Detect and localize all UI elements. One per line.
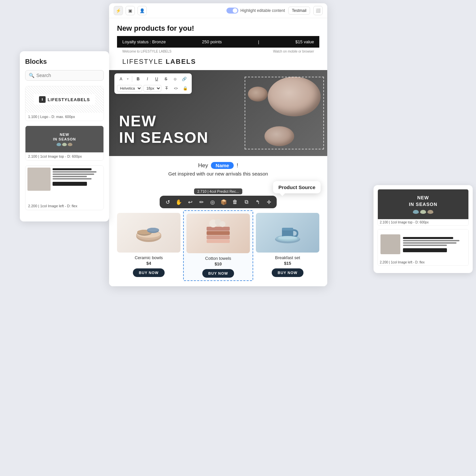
hero-text: NEW IN SEASON (119, 113, 209, 146)
block-preview-logo: ℹ LIFESTYLEABELS (25, 86, 103, 113)
products-grid: Ceramic bowls $4 BUY NOW (109, 210, 327, 281)
product-price-bowls: $4 (117, 261, 180, 266)
action-delete-icon[interactable]: 🗑 (230, 197, 240, 207)
toggle-knob (233, 8, 237, 13)
product-col-bowls: Ceramic bowls $4 BUY NOW (114, 210, 183, 281)
action-edit-icon[interactable]: ✏ (197, 197, 206, 207)
action-refresh-icon[interactable]: ↺ (163, 197, 172, 207)
svg-point-6 (147, 228, 159, 232)
blocks-title: Blocks (25, 58, 104, 65)
block-preview-season: NEWIN SEASON (25, 126, 103, 152)
svg-point-19 (278, 236, 297, 239)
brand-lifestyle: LIFESTYLE (122, 58, 166, 65)
product-col-breakfast: Breakfast set $15 BUY NOW (253, 210, 322, 281)
toggle-switch[interactable] (226, 8, 238, 14)
hero-text-line2: IN SEASON (119, 129, 209, 146)
loyalty-points: 250 points (202, 39, 222, 44)
user-button[interactable]: 👤 (138, 6, 147, 15)
right-block-label-col: 2.200 | 1col Image left - D: flex (378, 259, 468, 265)
font-family-select[interactable]: Helvetica (117, 85, 142, 92)
underline-btn[interactable]: U (153, 75, 161, 83)
format-row-1: A ▼ B I U S ☺ 🔗 (117, 75, 189, 83)
right-block-label-season: 2.100 | 1col Image top - D: 600px (378, 219, 468, 225)
testmail-button[interactable]: Testmail (288, 7, 310, 15)
search-box[interactable]: 🔍 (25, 70, 104, 81)
svg-rect-8 (207, 231, 230, 235)
link-btn[interactable]: 🔗 (180, 75, 188, 83)
svg-rect-7 (207, 227, 230, 231)
email-content: New products for you! Loyalty status : B… (109, 18, 327, 286)
editor-wrapper: ⚡ ▣ 👤 Highlight editable content Testmai… (109, 3, 327, 286)
buy-now-bowls[interactable]: BUY NOW (133, 268, 165, 277)
action-hand-icon[interactable]: ✋ (174, 197, 183, 207)
action-copy-icon[interactable]: ⧉ (242, 197, 251, 207)
svg-rect-10 (207, 240, 230, 243)
block-item-colimage[interactable]: 2.200 | 1col Image left - D: flex (25, 165, 104, 210)
block-label-season: 2.100 | 1col Image top - D: 600px (25, 152, 103, 160)
product-img-breakfast (256, 213, 319, 253)
action-box-icon[interactable]: 📦 (219, 197, 228, 207)
hey-row: Hey Name ! (114, 162, 322, 169)
bowl-small (264, 126, 294, 146)
block-item-season[interactable]: NEWIN SEASON 2.100 | 1col Image top - D:… (25, 126, 104, 161)
product-source-title: Product Source (278, 184, 315, 190)
text-formatting-toolbar: A ▼ B I U S ☺ 🔗 Helvetica 18px (114, 73, 192, 94)
strikethrough-btn[interactable]: S (162, 75, 170, 83)
highlight-toggle: Highlight editable content (226, 8, 285, 14)
product-source-tooltip: Product Source (273, 181, 321, 193)
block-preview-colimage (25, 166, 103, 202)
loyalty-divider: | (258, 39, 259, 44)
svg-rect-17 (282, 228, 293, 230)
lock-btn[interactable]: 🔒 (181, 84, 189, 92)
block-label-logo: 1.100 | Logo - D: max. 600px (25, 113, 103, 121)
editor-toolbar: ⚡ ▣ 👤 Highlight editable content Testmai… (109, 3, 327, 18)
season-bowls (57, 143, 72, 146)
hero-section[interactable]: A ▼ B I U S ☺ 🔗 Helvetica 18px (109, 70, 327, 156)
email-title: New products for you! (117, 24, 319, 33)
logo-text: LIFESTYLEABELS (48, 97, 90, 102)
right-block-season[interactable]: NEWIN SEASON 2.100 | 1col Image top - D:… (377, 189, 469, 226)
product-name-bowls: Ceramic bowls (117, 255, 180, 260)
bold-btn[interactable]: B (134, 75, 142, 83)
action-target-icon[interactable]: ◎ (208, 197, 217, 207)
format-row-2: Helvetica 18px T <> 🔒 (117, 84, 189, 92)
buy-now-breakfast[interactable]: BUY NOW (272, 268, 303, 277)
subheader-left: Welcome to LIFESTYLE LABELS (122, 50, 172, 53)
action-reply-icon[interactable]: ↩ (185, 197, 195, 207)
towels-svg (203, 217, 233, 250)
block-item-logo[interactable]: ℹ LIFESTYLEABELS 1.100 | Logo - D: max. … (25, 86, 104, 121)
export-button[interactable]: ⬜ (313, 6, 323, 15)
clear-format-btn[interactable]: T (163, 84, 171, 92)
product-img-bowls (117, 213, 180, 253)
blocks-panel: Blocks 🔍 ℹ LIFESTYLEABELS 1.100 | Logo -… (20, 51, 109, 221)
loyalty-bar: Loyalty status : Bronze 250 points | $15… (117, 36, 319, 48)
product-name-towels: Cotton towels (186, 256, 250, 261)
highlight-label: Highlight editable content (240, 8, 285, 13)
product-price-towels: $10 (186, 261, 250, 266)
bolt-button[interactable]: ⚡ (114, 6, 123, 15)
brand-labels: LABELS (166, 58, 196, 65)
toolbar-left: ⚡ ▣ 👤 (114, 6, 147, 15)
right-block-preview-season: NEWIN SEASON (378, 189, 468, 219)
email-subheader: Welcome to LIFESTYLE LABELS Watch on mob… (117, 48, 319, 55)
product-name-breakfast: Breakfast set (256, 255, 319, 260)
toolbar-right: Highlight editable content Testmail ⬜ (226, 6, 323, 15)
code-btn[interactable]: <> (172, 84, 180, 92)
brand-name: LIFESTYLE LABELS (122, 58, 196, 65)
font-color-btn[interactable]: A (117, 75, 125, 83)
hey-section: Hey Name ! Get inspired with our new arr… (109, 156, 327, 182)
italic-btn[interactable]: I (143, 75, 151, 83)
loyalty-value: $15 value (296, 39, 314, 44)
buy-now-towels[interactable]: BUY NOW (202, 269, 234, 278)
bowls-svg (134, 218, 164, 248)
search-input[interactable] (36, 73, 100, 78)
right-block-colimage[interactable]: 2.200 | 1col Image left - D: flex (377, 229, 469, 266)
font-size-select[interactable]: 18px (143, 85, 161, 92)
brand-name-row: LIFESTYLE LABELS (117, 55, 319, 67)
action-move-icon[interactable]: ✛ (264, 197, 273, 207)
bowl-large (268, 77, 321, 116)
action-undo-icon[interactable]: ↰ (253, 197, 262, 207)
screen-button[interactable]: ▣ (126, 6, 135, 15)
emoji-btn[interactable]: ☺ (171, 75, 179, 83)
breakfast-svg (273, 216, 302, 249)
